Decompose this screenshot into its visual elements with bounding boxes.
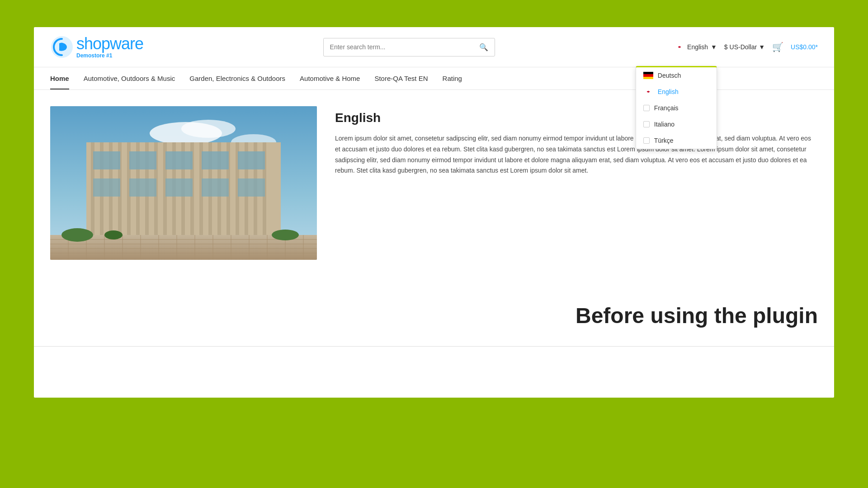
- svg-point-57: [272, 230, 299, 240]
- bottom-section: Before using the plugin: [34, 276, 834, 346]
- lang-en-label: English: [658, 88, 679, 95]
- search-button[interactable]: 🔍: [473, 38, 495, 56]
- lang-option-en[interactable]: English: [636, 84, 717, 100]
- lang-it-label: Italiano: [654, 121, 675, 128]
- fr-checkbox-icon: [643, 105, 650, 111]
- svg-rect-26: [93, 151, 120, 169]
- svg-point-56: [104, 230, 123, 239]
- svg-rect-27: [129, 151, 156, 169]
- footer-bar: [34, 346, 834, 361]
- language-label: English: [687, 43, 708, 51]
- svg-rect-32: [129, 178, 156, 197]
- currency-label: $ US-Dollar: [724, 43, 757, 51]
- svg-rect-29: [202, 151, 229, 169]
- header: shopware Demostore #1 🔍 English: [34, 27, 834, 67]
- nav-item-store-qa-test-en[interactable]: Store-QA Test EN: [374, 67, 428, 89]
- nav-item-automotive-home[interactable]: Automotive & Home: [300, 67, 360, 89]
- lang-option-it[interactable]: Italiano: [636, 116, 717, 132]
- it-checkbox-icon: [643, 121, 650, 127]
- language-dropdown: Deutsch English Français Italiano: [636, 66, 717, 149]
- lang-tr-label: Türkçe: [654, 137, 674, 144]
- search-input-wrapper: 🔍: [323, 38, 495, 56]
- nav-item-garden-electronics-outdoors[interactable]: Garden, Electronics & Outdoors: [189, 67, 285, 89]
- svg-point-3: [181, 120, 236, 138]
- nav-item-rating[interactable]: Rating: [443, 67, 462, 89]
- header-right: English ▼ Deutsch English: [675, 42, 818, 52]
- content-text: English Lorem ipsum dolor sit amet, cons…: [335, 106, 818, 176]
- lang-option-tr[interactable]: Türkçe: [636, 132, 717, 149]
- logo-area: shopware Demostore #1: [50, 35, 143, 59]
- main-container: shopware Demostore #1 🔍 English: [34, 27, 834, 398]
- nav-item-automotive-outdoors-music[interactable]: Automotive, Outdoors & Music: [84, 67, 175, 89]
- cart-price: US$0.00*: [791, 43, 818, 51]
- svg-rect-30: [238, 151, 265, 169]
- hero-building-svg: [50, 106, 317, 260]
- svg-rect-33: [165, 178, 193, 197]
- content-body: Lorem ipsum dolor sit amet, consetetur s…: [335, 133, 818, 176]
- lang-fr-label: Français: [654, 104, 679, 112]
- search-bar: 🔍: [161, 38, 656, 56]
- lang-de-label: Deutsch: [658, 72, 681, 79]
- language-dropdown-arrow: ▼: [711, 43, 717, 51]
- svg-rect-34: [202, 178, 229, 197]
- shopware-logo-icon: [50, 35, 74, 59]
- de-flag-icon: [643, 72, 653, 79]
- currency-dropdown-arrow: ▼: [759, 43, 765, 51]
- currency-selector[interactable]: $ US-Dollar ▼: [724, 43, 765, 51]
- uk-flag-icon: [675, 43, 684, 51]
- tr-checkbox-icon: [643, 137, 650, 144]
- uk-flag-icon-2: [643, 88, 653, 95]
- svg-rect-31: [93, 178, 120, 197]
- logo-shopware-label: shopware: [76, 36, 143, 52]
- logo-text: shopware Demostore #1: [76, 36, 143, 58]
- outer-wrapper: shopware Demostore #1 🔍 English: [0, 0, 868, 425]
- lang-option-fr[interactable]: Français: [636, 100, 717, 116]
- cart-icon[interactable]: 🛒: [772, 42, 783, 52]
- nav-item-home[interactable]: Home: [50, 67, 69, 89]
- svg-rect-35: [238, 178, 265, 197]
- svg-point-55: [61, 228, 93, 242]
- svg-rect-28: [165, 151, 193, 169]
- lang-option-de[interactable]: Deutsch: [636, 67, 717, 84]
- search-input[interactable]: [324, 39, 473, 55]
- logo-demostore-label: Demostore #1: [76, 53, 143, 58]
- language-selector[interactable]: English ▼ Deutsch English: [675, 43, 717, 51]
- hero-image: [50, 106, 317, 260]
- plugin-text: Before using the plugin: [576, 304, 818, 328]
- content-title: English: [335, 111, 818, 125]
